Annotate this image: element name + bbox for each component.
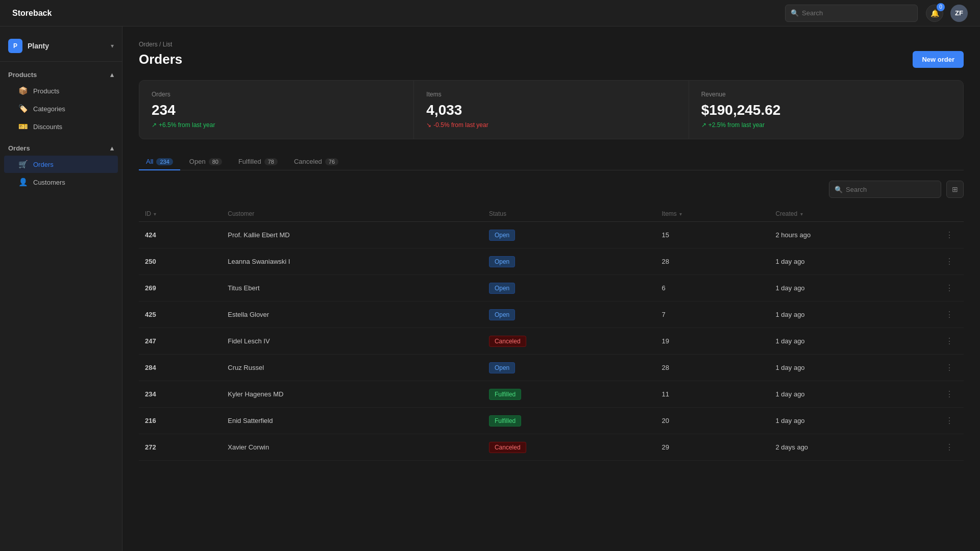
stat-change-items: ↘ -0.5% from last year	[426, 121, 676, 129]
stat-change-orders: ↗ +6.5% from last year	[152, 121, 401, 129]
row-created: 1 day ago	[769, 328, 935, 355]
row-action-button[interactable]: ⋮	[941, 414, 958, 428]
row-id: 250	[139, 248, 222, 275]
tab-fulfilled-label: Fulfilled	[238, 158, 261, 165]
row-action-button[interactable]: ⋮	[941, 255, 958, 268]
row-created: 1 day ago	[769, 408, 935, 434]
table-row[interactable]: 216 Enid Satterfield Fulfilled 20 1 day …	[139, 408, 964, 434]
stat-card-orders: Orders 234 ↗ +6.5% from last year	[139, 81, 413, 139]
sidebar-section-products[interactable]: Products ▴	[0, 68, 122, 82]
stat-value-orders: 234	[152, 102, 401, 118]
table-row[interactable]: 284 Cruz Russel Open 28 1 day ago ⋮	[139, 355, 964, 381]
row-status: Canceled	[483, 328, 656, 355]
table-row[interactable]: 234 Kyler Hagenes MD Fulfilled 11 1 day …	[139, 381, 964, 408]
status-badge: Fulfilled	[489, 389, 521, 400]
row-action-button[interactable]: ⋮	[941, 281, 958, 295]
table-row[interactable]: 272 Xavier Corwin Canceled 29 2 days ago…	[139, 434, 964, 461]
table-row[interactable]: 424 Prof. Kallie Ebert MD Open 15 2 hour…	[139, 222, 964, 248]
row-status: Open	[483, 275, 656, 302]
trend-down-icon: ↘	[426, 121, 431, 129]
tab-open-badge: 80	[209, 158, 222, 165]
row-action-button[interactable]: ⋮	[941, 308, 958, 321]
row-action-button[interactable]: ⋮	[941, 334, 958, 348]
sidebar-section-orders[interactable]: Orders ▴	[0, 141, 122, 155]
tab-open[interactable]: Open 80	[182, 154, 229, 170]
row-customer: Titus Ebert	[222, 275, 483, 302]
stat-change-revenue: ↗ +2.5% from last year	[701, 121, 951, 129]
sidebar-item-orders[interactable]: 🛒 Orders	[4, 156, 118, 173]
stat-card-revenue: Revenue $190,245.62 ↗ +2.5% from last ye…	[689, 81, 963, 139]
row-status: Open	[483, 302, 656, 328]
row-items: 6	[656, 275, 770, 302]
sort-icon-id: ▾	[154, 211, 156, 217]
row-created: 1 day ago	[769, 302, 935, 328]
global-search[interactable]: 🔍	[785, 5, 918, 22]
tab-canceled-label: Canceled	[294, 158, 322, 165]
row-action-button[interactable]: ⋮	[941, 387, 958, 401]
row-customer: Cruz Russel	[222, 355, 483, 381]
table-row[interactable]: 250 Leanna Swaniawski I Open 28 1 day ag…	[139, 248, 964, 275]
notification-button[interactable]: 🔔 0	[926, 5, 943, 22]
layout: P Planty ▾ Products ▴ 📦 Products 🏷️ Cate…	[0, 27, 980, 551]
sidebar-item-categories[interactable]: 🏷️ Categories	[4, 100, 118, 117]
breadcrumb-parent: Orders	[139, 41, 158, 48]
avatar[interactable]: ZF	[950, 5, 968, 22]
row-items: 28	[656, 248, 770, 275]
col-id[interactable]: ID ▾	[139, 206, 222, 222]
sidebar-item-label-discounts: Discounts	[33, 123, 62, 131]
cart-icon: 🛒	[18, 160, 28, 169]
table-row[interactable]: 247 Fidel Lesch IV Canceled 19 1 day ago…	[139, 328, 964, 355]
col-created[interactable]: Created ▾	[769, 206, 935, 222]
notification-badge: 0	[937, 3, 945, 11]
columns-icon: ⊞	[952, 185, 958, 193]
global-search-input[interactable]	[802, 9, 912, 17]
sidebar-item-discounts[interactable]: 🎫 Discounts	[4, 118, 118, 135]
ticket-icon: 🎫	[18, 122, 28, 131]
sidebar-item-customers[interactable]: 👤 Customers	[4, 173, 118, 191]
page-header: Orders New order	[139, 51, 964, 68]
row-created: 2 days ago	[769, 434, 935, 461]
row-id: 269	[139, 275, 222, 302]
tab-open-label: Open	[189, 158, 206, 165]
status-badge: Open	[489, 309, 515, 320]
tab-all[interactable]: All 234	[139, 154, 180, 170]
new-order-button[interactable]: New order	[913, 51, 964, 68]
row-status: Fulfilled	[483, 408, 656, 434]
row-action-cell: ⋮	[935, 248, 964, 275]
workspace-selector[interactable]: P Planty ▾	[0, 35, 122, 62]
table-search-input[interactable]	[846, 186, 936, 193]
sidebar-item-products[interactable]: 📦 Products	[4, 82, 118, 99]
table-row[interactable]: 269 Titus Ebert Open 6 1 day ago ⋮	[139, 275, 964, 302]
row-id: 247	[139, 328, 222, 355]
user-icon: 👤	[18, 178, 28, 187]
stat-value-items: 4,033	[426, 102, 676, 118]
tag-icon: 🏷️	[18, 104, 28, 113]
row-action-cell: ⋮	[935, 434, 964, 461]
stat-label-orders: Orders	[152, 91, 401, 98]
table-row[interactable]: 425 Estella Glover Open 7 1 day ago ⋮	[139, 302, 964, 328]
row-action-button[interactable]: ⋮	[941, 440, 958, 454]
sidebar-section-label-products: Products	[8, 71, 37, 79]
tab-canceled[interactable]: Canceled 76	[287, 154, 346, 170]
row-status: Fulfilled	[483, 381, 656, 408]
row-status: Canceled	[483, 434, 656, 461]
columns-button[interactable]: ⊞	[946, 181, 964, 198]
table-search[interactable]: 🔍	[829, 181, 941, 198]
status-badge: Fulfilled	[489, 415, 521, 427]
tab-fulfilled[interactable]: Fulfilled 78	[231, 154, 285, 170]
row-customer: Xavier Corwin	[222, 434, 483, 461]
col-items[interactable]: Items ▾	[656, 206, 770, 222]
trend-up-icon: ↗	[152, 121, 157, 129]
row-action-cell: ⋮	[935, 408, 964, 434]
col-status: Status	[483, 206, 656, 222]
page-title: Orders	[139, 52, 182, 67]
status-badge: Open	[489, 230, 515, 241]
chevron-up-icon-orders: ▴	[110, 144, 114, 152]
breadcrumb: Orders / List	[139, 41, 964, 48]
row-id: 216	[139, 408, 222, 434]
stat-change-text-revenue: +2.5% from last year	[708, 121, 765, 129]
row-action-button[interactable]: ⋮	[941, 228, 958, 242]
sort-icon-items: ▾	[679, 211, 682, 217]
row-items: 29	[656, 434, 770, 461]
row-action-button[interactable]: ⋮	[941, 361, 958, 374]
